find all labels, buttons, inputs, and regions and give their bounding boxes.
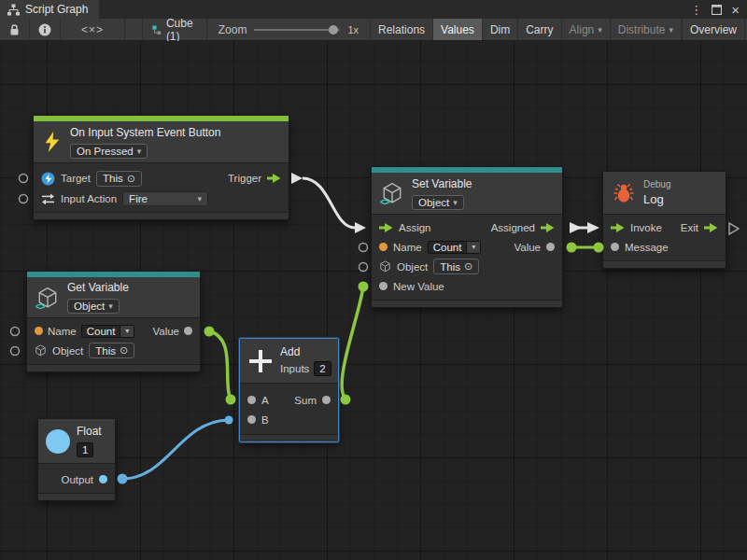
new-value-port[interactable] [379,282,388,290]
name-port[interactable] [379,243,388,251]
debug-log-header: Debug Log [603,172,726,215]
b-port[interactable] [247,415,256,424]
name-dropdown[interactable]: Count▾ [81,325,135,338]
target-icon: ⊙ [127,173,135,185]
wire-assigned-to-invoke[interactable] [570,222,599,233]
assign-label: Assign [399,222,431,233]
port-setvar-object-external[interactable] [359,263,368,272]
name-dropdown[interactable]: Count▾ [428,241,482,254]
add-footer [240,434,338,441]
distribute-label: Distribute [618,23,666,36]
node-on-input-system-event-button[interactable]: On Input System Event Button On Pressed▾… [33,115,289,220]
input-action-dropdown[interactable]: Fire▾ [122,191,208,206]
node-get-variable[interactable]: <> Get Variable Object▾ Name Count▾ Valu… [26,271,201,372]
window-controls: ⋮ × [683,0,747,19]
zoom-slider[interactable] [254,29,340,31]
input-action-icon [41,192,55,205]
event-mode-dropdown[interactable]: On Pressed▾ [70,144,148,159]
node-set-variable[interactable]: <> Set Variable Object▾ Assign Assigned [371,166,563,308]
align-label: Align [570,23,595,36]
port-log-exit-external[interactable] [729,223,739,234]
input-action-value: Fire [129,193,148,204]
info-icon [38,23,51,36]
carry-button[interactable]: Carry [518,19,561,40]
output-port[interactable] [99,475,107,483]
invoke-port[interactable] [611,223,625,232]
message-label: Message [625,242,669,253]
zoom-value: 1x [347,24,359,35]
port-event-target-external[interactable] [20,175,28,183]
assigned-port[interactable] [541,223,555,232]
event-node-footer [34,212,289,219]
float-title: Float [77,425,102,438]
assign-port[interactable] [379,223,393,232]
wire-getvalue-to-add-a[interactable] [204,327,236,405]
chevron-down-icon: ▾ [120,325,134,338]
close-icon[interactable]: × [731,3,740,17]
object-value: This [440,261,460,273]
exit-port[interactable] [704,223,718,232]
zoom-control: Zoom 1x [207,19,371,40]
set-variable-title: Set Variable [412,177,472,190]
set-variable-header: <> Set Variable Object▾ [372,173,562,215]
node-debug-log[interactable]: Debug Log Invoke Exit Message [602,171,726,269]
breadcrumb[interactable]: Cube (1) [142,19,207,40]
overview-button[interactable]: Overview [682,19,745,40]
relations-button[interactable]: Relations [371,19,433,40]
menu-icon[interactable]: ⋮ [690,4,702,16]
assigned-label: Assigned [491,222,535,233]
a-port[interactable] [247,396,256,404]
name-label: Name [393,242,422,253]
port-getvar-name-external[interactable] [11,328,20,336]
maximize-icon[interactable] [712,5,722,15]
wire-value-to-message[interactable] [567,243,604,253]
inputs-label: Inputs [280,363,309,374]
values-button[interactable]: Values [433,19,483,40]
sum-port[interactable] [322,396,331,404]
dim-label: Dim [490,23,510,36]
value-port[interactable] [184,327,192,335]
graph-canvas[interactable]: On Input System Event Button On Pressed▾… [0,41,747,560]
wire-sum-to-newvalue[interactable] [341,282,369,405]
dim-button[interactable]: Dim [483,19,518,40]
object-chip[interactable]: This⊙ [89,343,134,358]
wire-float-to-add-b[interactable] [118,416,233,484]
target-icon: ⊙ [464,260,472,273]
zoom-slider-knob[interactable] [329,25,338,35]
trigger-port[interactable] [267,174,281,183]
code-preview-button[interactable]: <×> [61,19,125,40]
add-header: Add Inputs 2 [240,339,338,384]
get-variable-title: Get Variable [67,281,129,294]
port-event-action-external[interactable] [20,195,28,203]
wire-trigger-to-assign[interactable] [291,173,366,233]
tab-script-graph[interactable]: Script Graph [0,0,99,19]
distribute-button[interactable]: Distribute▾ [611,19,682,40]
lock-button[interactable] [0,19,30,40]
inspect-button[interactable] [30,19,61,40]
name-value: Count [81,325,121,338]
name-port[interactable] [35,327,43,335]
inputs-count-field[interactable]: 2 [314,361,331,376]
value-label: Value [514,242,541,253]
plus-icon [249,350,272,372]
object-chip[interactable]: This⊙ [433,259,479,274]
code-icon: <×> [81,23,104,36]
port-getvar-object-external[interactable] [11,347,20,356]
align-button[interactable]: Align▾ [562,19,611,40]
object-cube-icon [35,344,47,357]
set-variable-footer [372,300,562,307]
float-value-field[interactable]: 1 [77,442,93,457]
node-float[interactable]: Float 1 Output [37,418,116,501]
port-setvar-name-external[interactable] [359,244,368,252]
b-label: B [261,414,269,426]
value-port[interactable] [546,243,555,251]
bug-icon [613,182,635,204]
sum-label: Sum [294,395,317,406]
message-port[interactable] [611,243,619,251]
zoom-label: Zoom [218,23,247,36]
target-object-chip[interactable]: This⊙ [96,171,142,187]
set-variable-scope-dropdown[interactable]: Object▾ [412,195,464,210]
node-add[interactable]: Add Inputs 2 A Sum B [239,338,339,442]
get-variable-scope-dropdown[interactable]: Object▾ [67,299,120,314]
overview-label: Overview [690,23,737,36]
